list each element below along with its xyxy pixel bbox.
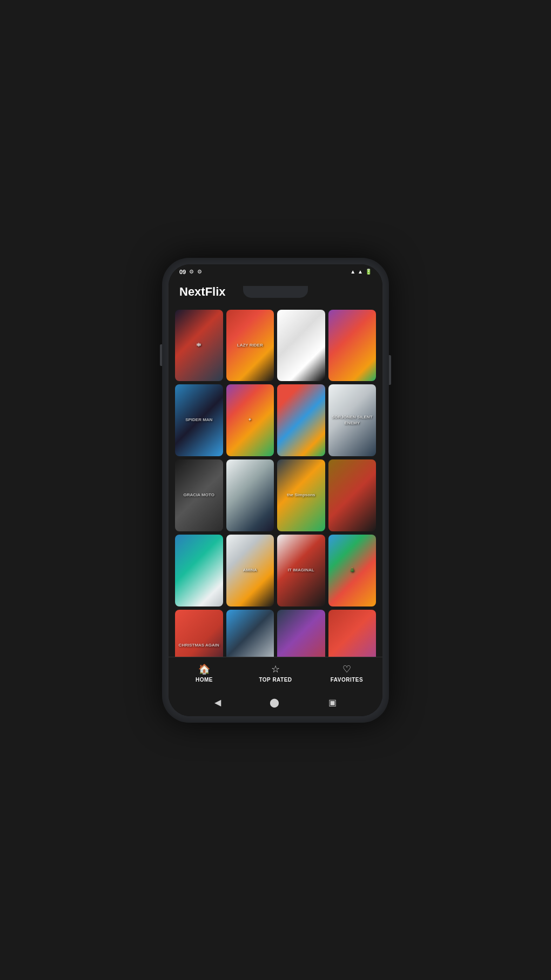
phone-frame: 09 ⚙ ⚙ ▲ ▲ 🔋 NextFlix 🕷LAZY RIDERSPIDER … [162,258,389,723]
volume-button[interactable] [160,344,162,366]
movie-grid-container[interactable]: 🕷LAZY RIDERSPIDER MAN✦SORJONEN SILENT EN… [169,305,382,657]
heart-icon: ♡ [342,663,351,675]
favorites-label: FAVORITES [331,677,363,683]
poster-overlay-11: the Simpsons [277,459,325,531]
movie-card-11[interactable]: the Simpsons [277,459,325,531]
movie-card-20[interactable] [328,610,377,657]
power-button[interactable] [389,355,391,385]
bottom-nav: 🏠 HOME ☆ TOP RATED ♡ FAVORITES [169,657,382,689]
movie-card-1[interactable]: 🕷 [175,310,223,382]
nav-top-rated[interactable]: ☆ TOP RATED [240,663,311,683]
phone-screen: 09 ⚙ ⚙ ▲ ▲ 🔋 NextFlix 🕷LAZY RIDERSPIDER … [169,264,382,716]
movie-card-16[interactable]: 🎄 [328,535,377,606]
notch [243,286,308,298]
movie-card-2[interactable]: LAZY RIDER [226,310,274,382]
movie-card-3[interactable] [277,310,325,382]
signal-icon: ▲ [358,269,363,275]
poster-overlay-1: 🕷 [175,310,223,382]
poster-overlay-15: IT IMAGINAL [277,535,325,606]
poster-overlay-17: CHRISTMAS AGAIN [175,610,223,657]
recents-button[interactable]: ▣ [328,697,337,708]
poster-overlay-2: LAZY RIDER [226,310,274,382]
movie-card-15[interactable]: IT IMAGINAL [277,535,325,606]
movie-card-5[interactable]: SPIDER MAN [175,384,223,456]
movie-card-17[interactable]: CHRISTMAS AGAIN [175,610,223,657]
movie-card-7[interactable] [277,384,325,456]
status-bar: 09 ⚙ ⚙ ▲ ▲ 🔋 [169,264,382,279]
status-left: 09 ⚙ ⚙ [179,269,202,275]
wifi-icon: ▲ [350,269,355,275]
movie-card-4[interactable] [328,310,377,382]
home-button[interactable]: ⬤ [270,697,279,708]
status-time: 09 [179,269,186,275]
movie-grid: 🕷LAZY RIDERSPIDER MAN✦SORJONEN SILENT EN… [175,310,376,657]
android-nav: ◀ ⬤ ▣ [169,689,382,716]
poster-overlay-9: GRACIA MOTO [175,459,223,531]
settings-icon-1: ⚙ [189,269,194,275]
poster-overlay-16: 🎄 [328,535,377,606]
home-icon: 🏠 [198,663,210,675]
poster-overlay-6: ✦ [226,384,274,456]
settings-icon-2: ⚙ [197,269,202,275]
movie-card-9[interactable]: GRACIA MOTO [175,459,223,531]
battery-icon: 🔋 [365,269,372,275]
home-label: HOME [196,677,213,683]
poster-overlay-8: SORJONEN SILENT ENEMY [328,384,377,456]
back-button[interactable]: ◀ [214,697,221,708]
nav-favorites[interactable]: ♡ FAVORITES [311,663,382,683]
movie-card-14[interactable]: AMINA [226,535,274,606]
movie-card-19[interactable] [277,610,325,657]
movie-card-6[interactable]: ✦ [226,384,274,456]
status-right: ▲ ▲ 🔋 [350,269,372,275]
star-icon: ☆ [271,663,280,675]
movie-card-13[interactable] [175,535,223,606]
nav-home[interactable]: 🏠 HOME [169,663,240,683]
top-rated-label: TOP RATED [259,677,292,683]
poster-overlay-14: AMINA [226,535,274,606]
poster-overlay-5: SPIDER MAN [175,384,223,456]
movie-card-10[interactable] [226,459,274,531]
movie-card-8[interactable]: SORJONEN SILENT ENEMY [328,384,377,456]
movie-card-12[interactable] [328,459,377,531]
movie-card-18[interactable] [226,610,274,657]
